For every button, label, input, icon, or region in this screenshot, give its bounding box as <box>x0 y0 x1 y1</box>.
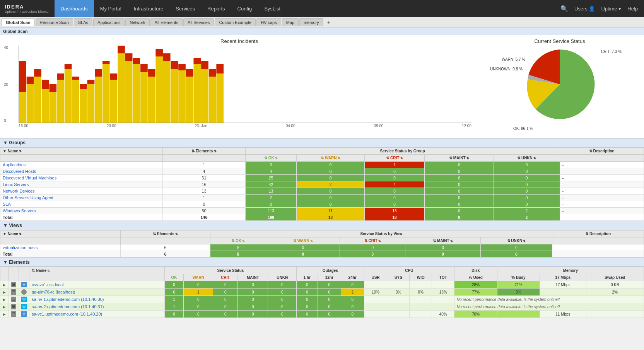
el-icon1: ☰ <box>9 311 19 318</box>
el-24hr: 0 <box>341 303 364 311</box>
groups-expand-icon[interactable]: ▼ <box>3 140 8 145</box>
group-elements: 50 <box>162 208 245 214</box>
el-th-disk: Disk <box>454 267 497 274</box>
tab-applications[interactable]: Applications <box>93 18 125 26</box>
el-wio <box>410 311 432 318</box>
elements-title: Elements <box>9 260 29 265</box>
group-name[interactable]: Applications <box>0 162 163 168</box>
tab-global-scan[interactable]: Global Scan <box>2 18 35 26</box>
el-name[interactable]: css-vc1.css.local <box>29 281 165 289</box>
svg-rect-43 <box>178 64 186 70</box>
group-name[interactable]: Windows Servers <box>0 208 163 214</box>
search-icon[interactable]: 🔍 <box>560 5 568 12</box>
group-name[interactable]: Linux Servers <box>0 181 163 188</box>
el-tot <box>432 296 454 303</box>
nav-infrastructure[interactable]: Infrastructure <box>128 0 170 17</box>
el-th-maint: MAINT <box>238 274 268 281</box>
el-ok: 1 <box>164 303 183 311</box>
el-warn: 0 <box>183 311 213 318</box>
nav-syslist[interactable]: SysList <box>258 0 287 17</box>
view-name[interactable]: virtualization hosts <box>0 244 121 251</box>
groups-total-desc <box>560 214 644 221</box>
tab-network[interactable]: Network <box>125 18 149 26</box>
el-th-sp4 <box>29 274 165 281</box>
el-1hr: 0 <box>296 311 318 318</box>
groups-th-unkwn[interactable]: ⇅ UNKN <box>494 155 560 162</box>
view-unkwn: 0 <box>480 244 552 251</box>
views-th-ok[interactable]: ⇅ OK <box>210 237 266 244</box>
tab-all-services[interactable]: All Services <box>183 18 214 26</box>
el-name[interactable]: sa-hv-2.uptimedemo.com (10.1.40.31) <box>29 303 165 311</box>
pie-label-ok: OK: 86.1 % <box>513 126 533 131</box>
el-expand[interactable]: ▶ <box>0 303 9 311</box>
el-expand[interactable]: ▶ <box>0 296 9 303</box>
el-th-service-status: Service Status <box>164 267 296 274</box>
el-tot: 40% <box>432 311 454 318</box>
tab-custom-example[interactable]: Custom Example <box>215 18 256 26</box>
nav-uptime[interactable]: Uptime ▾ <box>601 6 621 12</box>
groups-col-elements[interactable]: ⇅ Elements <box>162 148 245 155</box>
groups-th-warn[interactable]: ⇅ WARN <box>297 155 364 162</box>
groups-col-name[interactable]: ▼ Name <box>0 148 163 155</box>
elements-section: ⇅ Name Service Status Outages CPU Disk M… <box>0 267 644 318</box>
nav-config[interactable]: Config <box>231 0 258 17</box>
nav-services[interactable]: Services <box>169 0 201 17</box>
el-12hr: 0 <box>318 296 341 303</box>
el-name[interactable]: sa-hv-1.uptimedemo.com (10.1.40.30) <box>29 296 165 303</box>
group-crit: 4 <box>364 181 424 188</box>
el-name[interactable]: sa-vc1.uptimedemo.com (10.1.40.20) <box>29 311 165 318</box>
group-crit: 13 <box>364 208 424 214</box>
el-expand[interactable]: ▶ <box>0 289 9 296</box>
views-th-warn[interactable]: ⇅ WARN <box>266 237 340 244</box>
group-name[interactable]: Other Servers Using Agent <box>0 195 163 201</box>
tab-resource-scan[interactable]: Resource Scan <box>36 18 73 26</box>
nav-reports[interactable]: Reports <box>201 0 231 17</box>
svg-rect-11 <box>57 73 64 80</box>
el-expand[interactable]: ▶ <box>0 281 9 289</box>
el-icon1: ☰ <box>9 296 19 303</box>
svg-rect-23 <box>102 61 110 64</box>
svg-rect-52 <box>216 73 224 123</box>
group-name[interactable]: Discovered Hosts <box>0 168 163 175</box>
groups-th-crit[interactable]: ⇅ CRIT <box>364 155 424 162</box>
nav-users[interactable]: Users 👤 <box>574 6 595 12</box>
views-th-unkwn[interactable]: ⇅ UNKN <box>480 237 552 244</box>
el-12hr: 0 <box>318 289 341 296</box>
el-th-pct-used: % Used <box>454 274 497 281</box>
tab-hv-caps[interactable]: HV caps <box>256 18 281 26</box>
el-type-icon: V <box>19 311 29 318</box>
el-th-icon1 <box>9 267 19 274</box>
el-icon1: ☰ <box>9 289 19 296</box>
views-col-elements[interactable]: ⇅ Elements <box>120 230 210 237</box>
views-th-crit[interactable]: ⇅ CRIT <box>340 237 405 244</box>
el-ok: 1 <box>164 296 183 303</box>
group-name[interactable]: Discovered Virtual Machines <box>0 175 163 181</box>
nav-dashboards[interactable]: Dashboards <box>55 0 94 17</box>
views-th-maint[interactable]: ⇅ MAINT <box>405 237 480 244</box>
el-th-sp2 <box>9 274 19 281</box>
views-expand-icon[interactable]: ▼ <box>3 223 8 228</box>
tab-slas[interactable]: SLAs <box>74 18 92 26</box>
tab-map[interactable]: Map <box>282 18 299 26</box>
el-expand[interactable]: ▶ <box>0 311 9 318</box>
tab-add-button[interactable]: + <box>324 19 333 26</box>
el-tot: 13% <box>432 289 454 296</box>
el-maint: 0 <box>238 303 268 311</box>
elements-expand-icon[interactable]: ▼ <box>3 260 8 265</box>
nav-myportal[interactable]: My Portal <box>94 0 128 17</box>
views-col-name[interactable]: ▼ Name <box>0 230 121 237</box>
group-name[interactable]: Network Devices <box>0 188 163 195</box>
tab-all-elements[interactable]: All Elements <box>150 18 183 26</box>
el-th-name[interactable]: ⇅ Name <box>29 267 165 274</box>
el-th-wio: WIO <box>410 274 432 281</box>
group-name[interactable]: SLA <box>0 201 163 208</box>
el-th-sp1 <box>0 274 9 281</box>
groups-th-maint[interactable]: ⇅ MAINT <box>425 155 494 162</box>
groups-th-ok[interactable]: ⇅ OK <box>245 155 296 162</box>
group-elements: 0 <box>162 201 245 208</box>
el-crit: 0 <box>213 311 238 318</box>
el-tot <box>432 303 454 311</box>
tab-memory[interactable]: memory <box>299 18 323 26</box>
nav-help[interactable]: Help <box>627 6 638 12</box>
el-name[interactable]: qa-uim78-rc (localhost) <box>29 289 165 296</box>
